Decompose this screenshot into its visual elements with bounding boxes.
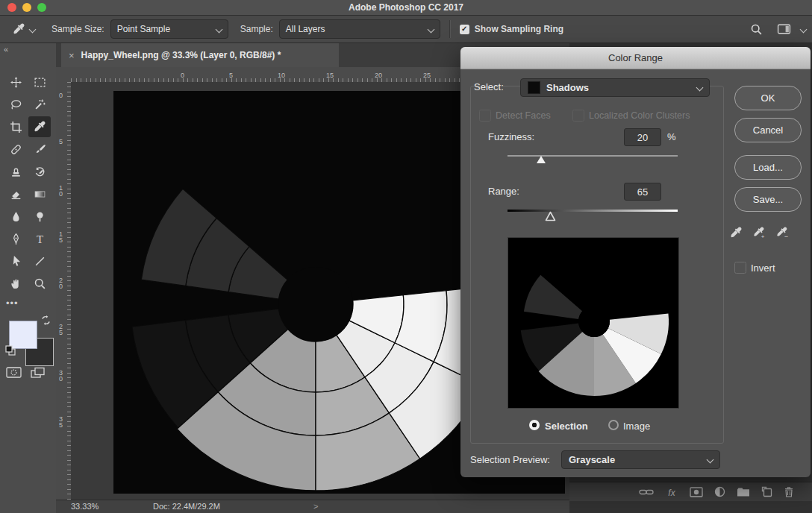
selection-preview-label: Selection Preview: — [470, 454, 550, 465]
eyedropper-minus-icon[interactable]: − — [775, 226, 789, 239]
screen-mode-icon[interactable] — [30, 367, 46, 379]
tool-gradient[interactable] — [28, 183, 51, 204]
document-tab-title: Happy_Wheel.png @ 33.3% (Layer 0, RGB/8#… — [81, 50, 281, 60]
tool-marquee[interactable] — [28, 72, 51, 92]
link-icon[interactable] — [639, 487, 654, 497]
tool-crop[interactable] — [4, 116, 27, 137]
swap-colors-icon[interactable] — [40, 315, 51, 326]
sample-size-dropdown[interactable]: Point Sample — [110, 19, 228, 39]
load-button[interactable]: Load... — [734, 155, 802, 180]
selection-preview-value: Grayscale — [569, 454, 615, 465]
detect-faces-checkbox[interactable] — [479, 110, 491, 122]
eyedropper-icon[interactable] — [729, 226, 743, 239]
image-radio[interactable] — [608, 420, 619, 430]
collapse-toolbar-button[interactable]: « — [4, 45, 8, 54]
color-range-dialog: Color Range Select: Shadows Detect Faces… — [460, 47, 811, 477]
mask-icon[interactable] — [690, 487, 703, 497]
quick-mask-icon[interactable] — [6, 367, 22, 378]
titlebar[interactable]: Adobe Photoshop CC 2017 — [0, 0, 812, 16]
svg-text:T: T — [36, 233, 43, 245]
svg-text:+: + — [761, 233, 765, 239]
eyedropper-plus-icon[interactable]: + — [752, 226, 766, 239]
workspace-chevron-icon[interactable] — [800, 25, 808, 33]
tool-type[interactable]: T — [28, 228, 51, 249]
tool-eyedropper[interactable] — [28, 116, 51, 137]
tool-preset-chevron-icon[interactable] — [29, 25, 37, 33]
close-tab-icon[interactable]: × — [69, 50, 75, 61]
search-icon[interactable] — [750, 23, 763, 36]
new-layer-icon[interactable] — [761, 486, 772, 497]
tool-path-select[interactable] — [4, 251, 27, 271]
show-sampling-ring-checkbox[interactable]: ✓ — [460, 25, 469, 34]
tool-clone-stamp[interactable] — [4, 161, 27, 182]
selection-radio[interactable] — [529, 420, 540, 430]
close-window-button[interactable] — [7, 3, 16, 12]
svg-text:−: − — [784, 233, 788, 239]
range-input[interactable]: 65 — [624, 183, 661, 201]
fuzziness-slider-track[interactable] — [508, 155, 678, 157]
fuzziness-unit: % — [667, 131, 676, 142]
ruler-top-number: 0 — [181, 72, 184, 79]
divider — [449, 20, 451, 38]
eyedropper-tool-icon[interactable] — [12, 22, 25, 36]
sample-value: All Layers — [286, 24, 325, 34]
tool-pen[interactable] — [4, 228, 27, 249]
range-slider-thumb[interactable] — [545, 211, 556, 221]
tool-move[interactable] — [4, 72, 27, 92]
workspace-icon[interactable] — [777, 23, 791, 35]
folder-icon[interactable] — [737, 487, 750, 497]
document-tab[interactable]: × Happy_Wheel.png @ 33.3% (Layer 0, RGB/… — [61, 43, 339, 67]
invert-checkbox[interactable] — [734, 262, 746, 274]
toolbar-ellipsis-icon[interactable]: ••• — [6, 298, 19, 309]
chevron-down-icon — [215, 25, 222, 33]
ruler-origin[interactable] — [56, 67, 72, 83]
sample-label: Sample: — [240, 24, 273, 34]
sample-size-label: Sample Size: — [51, 24, 104, 34]
tool-blur[interactable] — [4, 206, 27, 227]
save-button[interactable]: Save... — [734, 187, 802, 212]
default-colors-icon[interactable] — [4, 344, 16, 356]
zoom-window-button[interactable] — [37, 3, 46, 12]
tool-lasso[interactable] — [4, 94, 27, 115]
select-value: Shadows — [546, 82, 589, 93]
options-bar: Sample Size: Point Sample Sample: All La… — [0, 16, 812, 43]
tool-line[interactable] — [28, 251, 51, 271]
layers-panel-footer: fx — [569, 482, 812, 501]
selection-preview-thumbnail — [508, 237, 679, 409]
image-radio-label: Image — [623, 421, 650, 432]
tool-history-brush[interactable] — [28, 161, 51, 182]
adjust-icon[interactable] — [714, 486, 725, 497]
dialog-title[interactable]: Color Range — [460, 47, 811, 69]
tool-eraser[interactable] — [4, 183, 27, 204]
localized-clusters-checkbox[interactable] — [572, 110, 584, 122]
tool-dodge[interactable] — [28, 206, 51, 227]
ruler-top-number: 5 — [229, 72, 233, 79]
tool-zoom[interactable] — [28, 273, 51, 294]
ruler-top-number: 15 — [326, 72, 334, 79]
zoom-level[interactable]: 33.33% — [71, 502, 99, 511]
tool-healing-brush[interactable] — [4, 139, 27, 160]
status-chevron-icon[interactable]: > — [313, 502, 318, 511]
fx-icon[interactable]: fx — [665, 487, 678, 497]
ruler-left[interactable]: 051 01 52 02 53 03 5 — [56, 82, 72, 500]
ok-button[interactable]: OK — [734, 86, 802, 110]
tool-brush[interactable] — [28, 139, 51, 160]
fuzziness-input[interactable]: 20 — [624, 128, 661, 146]
ruler-top-number: 10 — [278, 72, 285, 79]
sample-dropdown[interactable]: All Layers — [279, 19, 440, 39]
range-label: Range: — [488, 186, 519, 197]
ruler-left-number: 1 5 — [59, 231, 63, 243]
trash-icon[interactable] — [784, 486, 794, 497]
minimize-window-button[interactable] — [22, 3, 31, 12]
tool-magic-wand[interactable] — [28, 94, 51, 115]
range-slider-track[interactable] — [508, 210, 678, 212]
localized-clusters-label: Localized Color Clusters — [589, 110, 690, 121]
cancel-button[interactable]: Cancel — [734, 118, 802, 142]
fuzziness-slider-thumb[interactable] — [536, 155, 546, 164]
tool-hand[interactable] — [4, 273, 27, 294]
ruler-left-number: 0 — [59, 92, 63, 98]
select-dropdown[interactable]: Shadows — [520, 78, 710, 97]
selection-preview-dropdown[interactable]: Grayscale — [561, 450, 720, 469]
svg-text:fx: fx — [668, 487, 675, 497]
photoshop-window: Adobe Photoshop CC 2017 Sample Size: Poi… — [0, 0, 812, 513]
